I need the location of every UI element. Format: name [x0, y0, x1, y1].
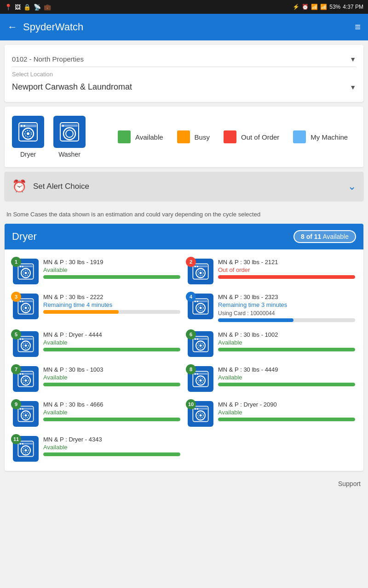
svg-point-24 — [195, 266, 196, 267]
machine-item-3[interactable]: 3 MN & P : 30 lbs - — [9, 289, 184, 327]
svg-point-44 — [25, 344, 27, 346]
back-button[interactable]: ← — [7, 21, 17, 33]
machine-type-icons: Dryer Washer — [12, 116, 86, 158]
svg-point-6 — [23, 125, 25, 127]
svg-point-79 — [200, 414, 202, 416]
svg-point-72 — [25, 414, 27, 416]
machine-badge-3: 3 — [11, 292, 21, 302]
machine-progress-fill-3 — [43, 310, 119, 314]
machine-item-1[interactable]: 1 MN & P : 30 lbs - — [9, 254, 184, 289]
svg-point-11 — [62, 125, 64, 127]
svg-point-65 — [200, 379, 202, 381]
alert-chevron-icon: ⌄ — [348, 181, 356, 192]
machine-info-6: MN & P : 30 lbs - 1002 Available — [218, 331, 355, 351]
svg-point-60 — [22, 373, 23, 374]
machine-info-1: MN & P : 30 lbs - 1919 Available — [43, 259, 180, 279]
svg-point-81 — [197, 408, 198, 409]
machine-badge-6: 6 — [186, 329, 196, 339]
location-dropdown[interactable]: Newport Carwash & Laundromat ▼ — [12, 79, 356, 96]
machine-num-icon-5: 5 — [13, 331, 39, 357]
dryer-section: Dryer 8 of 11 Available 1 — [5, 224, 363, 471]
svg-point-80 — [195, 408, 196, 409]
svg-point-37 — [200, 306, 202, 309]
svg-point-52 — [195, 338, 196, 339]
nfc-icon: 📡 — [34, 4, 41, 11]
machine-info-5: MN & P : Dryer - 4444 Available — [43, 331, 180, 351]
machine-info-11: MN & P : Dryer - 4343 Available — [43, 436, 180, 456]
support-bar: Support — [0, 475, 368, 492]
top-bar: ← SpyderWatch ≡ — [0, 14, 368, 40]
machine-item-2[interactable]: 2 MN & P : 30 lbs - — [184, 254, 359, 289]
dryer-label: Dryer — [20, 151, 36, 158]
machine-status-10: Available — [218, 409, 355, 416]
machine-progress-fill-5 — [43, 348, 180, 351]
svg-point-53 — [197, 338, 198, 339]
out-of-order-label: Out of Order — [241, 133, 279, 141]
svg-point-59 — [20, 373, 21, 374]
support-button[interactable]: Support — [338, 480, 361, 487]
svg-point-32 — [22, 300, 23, 302]
location-arrow: ▼ — [350, 84, 356, 91]
legend-items: Available Busy Out of Order My Machine — [118, 130, 348, 143]
machine-item-7[interactable]: 7 MN & P : 30 lbs - — [9, 362, 184, 396]
busy-label: Busy — [195, 133, 210, 141]
machine-info-10: MN & P : Dryer - 2090 Available — [218, 401, 355, 421]
machine-item-6[interactable]: 6 MN & P : 30 lbs - — [184, 327, 359, 362]
menu-button[interactable]: ≡ — [355, 21, 361, 33]
alert-choice-text: Set Alert Choice — [33, 182, 341, 191]
svg-point-66 — [195, 373, 196, 374]
machine-item-11[interactable]: 11 MN & P : Dryer - — [9, 431, 184, 466]
svg-point-10 — [66, 130, 73, 137]
machine-info-8: MN & P : 30 lbs - 4449 Available — [218, 366, 355, 386]
signal-icon: 📶 — [320, 4, 327, 10]
legend-card: Dryer Washer — [5, 107, 363, 167]
svg-point-5 — [21, 125, 23, 127]
machine-badge-5: 5 — [11, 329, 21, 339]
svg-point-45 — [20, 338, 21, 339]
machine-progress-fill-11 — [43, 452, 180, 456]
machine-item-4[interactable]: 4 MN & P : 30 lbs - — [184, 289, 359, 327]
alert-card[interactable]: ⏰ Set Alert Choice ⌄ — [5, 172, 363, 201]
svg-point-25 — [197, 266, 198, 267]
machine-progress-7 — [43, 383, 180, 386]
machine-item-9[interactable]: 9 MN & P : 30 lbs - — [9, 396, 184, 431]
machine-progress-5 — [43, 348, 180, 351]
legend-available: Available — [118, 130, 163, 143]
property-value: 0102 - North Properties — [12, 55, 84, 63]
legend-my-machine: My Machine — [293, 130, 348, 143]
svg-point-4 — [27, 132, 29, 135]
machine-status-1: Available — [43, 266, 180, 273]
machine-name-11: MN & P : Dryer - 4343 — [43, 436, 180, 443]
machine-progress-4 — [218, 318, 355, 322]
machine-name-8: MN & P : 30 lbs - 4449 — [218, 366, 355, 373]
machine-num-icon-2: 2 — [188, 259, 213, 284]
security-icon: 🔒 — [23, 4, 31, 11]
machine-num-icon-8: 8 — [188, 366, 213, 392]
svg-point-39 — [197, 300, 198, 302]
machine-info-7: MN & P : 30 lbs - 1003 Available — [43, 366, 180, 386]
washer-icon-item: Washer — [53, 116, 86, 158]
busy-color-dot — [177, 130, 190, 143]
machine-using-card: Using Card : 10000044 — [218, 310, 355, 317]
machine-item-8[interactable]: 8 MN & P : 30 lbs - — [184, 362, 359, 396]
availability-badge: 8 of 11 Available — [293, 230, 356, 243]
machine-item-10[interactable]: 10 MN & P : Dryer - — [184, 396, 359, 431]
property-dropdown[interactable]: 0102 - North Properties ▼ — [12, 51, 356, 67]
location-icon: 📍 — [5, 4, 12, 11]
machine-progress-6 — [218, 348, 355, 351]
machine-item-5[interactable]: 5 MN & P : Dryer - — [9, 327, 184, 362]
bluetooth-icon: ⚡ — [293, 4, 299, 10]
machine-progress-fill-10 — [218, 418, 355, 421]
svg-point-86 — [25, 449, 27, 451]
svg-point-88 — [22, 443, 23, 444]
machine-status-4: Remaining time 3 minutes — [218, 301, 355, 308]
machine-status-3: Remaining time 4 minutes — [43, 301, 180, 308]
svg-point-74 — [22, 408, 23, 409]
machine-info-3: MN & P : 30 lbs - 2222 Remaining time 4 … — [43, 294, 180, 314]
machine-progress-fill-7 — [43, 383, 180, 386]
washer-icon-bg — [53, 116, 86, 148]
available-label: Available — [135, 133, 163, 141]
machine-badge-9: 9 — [11, 399, 21, 409]
machine-num-icon-9: 9 — [13, 401, 39, 427]
dryer-icon-item: Dryer — [12, 116, 44, 158]
